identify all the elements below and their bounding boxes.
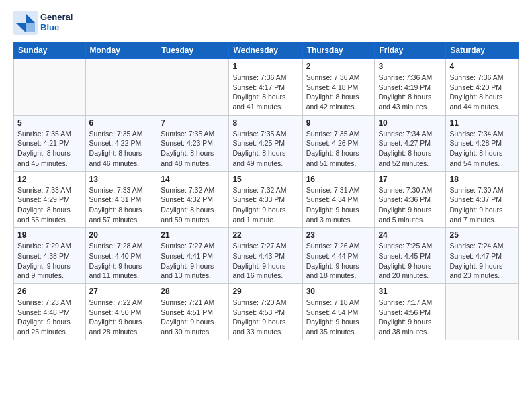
day-cell [446,284,519,340]
day-number: 18 [449,175,515,184]
day-info: Sunrise: 7:31 AM Sunset: 4:34 PM Dayligh… [306,185,371,225]
day-number: 16 [306,175,371,184]
day-number: 30 [306,287,371,296]
day-number: 31 [378,287,442,296]
logo: General Blue [13,11,73,35]
weekday-header-sunday: Sunday [14,42,86,59]
day-info: Sunrise: 7:20 AM Sunset: 4:53 PM Dayligh… [232,298,298,337]
day-cell: 24Sunrise: 7:25 AM Sunset: 4:45 PM Dayli… [375,228,446,284]
logo-blue: Blue [40,23,73,33]
day-info: Sunrise: 7:29 AM Sunset: 4:38 PM Dayligh… [17,241,82,281]
day-number: 4 [449,62,515,71]
day-info: Sunrise: 7:36 AM Sunset: 4:20 PM Dayligh… [449,73,515,112]
day-number: 20 [89,230,154,240]
page-container: General Blue SundayMondayTuesdayWednesda… [0,0,532,347]
day-info: Sunrise: 7:32 AM Sunset: 4:33 PM Dayligh… [232,185,298,225]
day-number: 26 [17,287,82,296]
week-row-3: 12Sunrise: 7:33 AM Sunset: 4:29 PM Dayli… [14,171,519,228]
day-number: 5 [17,118,82,128]
day-cell: 27Sunrise: 7:22 AM Sunset: 4:50 PM Dayli… [85,284,157,340]
day-cell: 13Sunrise: 7:33 AM Sunset: 4:31 PM Dayli… [85,171,157,228]
day-number: 25 [449,230,515,240]
day-cell: 28Sunrise: 7:21 AM Sunset: 4:51 PM Dayli… [157,284,229,340]
svg-marker-3 [26,23,35,32]
day-cell: 29Sunrise: 7:20 AM Sunset: 4:53 PM Dayli… [229,284,302,340]
day-cell: 30Sunrise: 7:18 AM Sunset: 4:54 PM Dayli… [302,284,375,340]
day-number: 9 [306,118,371,128]
day-info: Sunrise: 7:21 AM Sunset: 4:51 PM Dayligh… [161,298,225,337]
day-number: 1 [232,62,298,71]
day-cell [14,59,86,116]
logo-general: General [40,13,73,23]
day-number: 3 [378,62,442,71]
day-info: Sunrise: 7:35 AM Sunset: 4:26 PM Dayligh… [306,129,371,169]
weekday-header-thursday: Thursday [302,42,375,59]
day-cell: 9Sunrise: 7:35 AM Sunset: 4:26 PM Daylig… [302,115,375,171]
day-cell: 23Sunrise: 7:26 AM Sunset: 4:44 PM Dayli… [302,228,375,284]
day-number: 6 [89,118,154,128]
weekday-header-friday: Friday [375,42,446,59]
day-cell: 25Sunrise: 7:24 AM Sunset: 4:47 PM Dayli… [446,228,519,284]
calendar-table: SundayMondayTuesdayWednesdayThursdayFrid… [13,42,519,340]
day-number: 15 [232,175,298,184]
weekday-header-monday: Monday [85,42,157,59]
day-cell: 6Sunrise: 7:35 AM Sunset: 4:22 PM Daylig… [85,115,157,171]
day-cell: 14Sunrise: 7:32 AM Sunset: 4:32 PM Dayli… [157,171,229,228]
day-number: 7 [161,118,225,128]
day-number: 8 [232,118,298,128]
day-info: Sunrise: 7:34 AM Sunset: 4:28 PM Dayligh… [449,129,515,169]
day-info: Sunrise: 7:24 AM Sunset: 4:47 PM Dayligh… [449,241,515,281]
day-number: 19 [17,230,82,240]
day-cell: 18Sunrise: 7:30 AM Sunset: 4:37 PM Dayli… [446,171,519,228]
day-number: 17 [378,175,442,184]
day-info: Sunrise: 7:30 AM Sunset: 4:37 PM Dayligh… [449,185,515,225]
day-cell: 8Sunrise: 7:35 AM Sunset: 4:25 PM Daylig… [229,115,302,171]
day-info: Sunrise: 7:36 AM Sunset: 4:17 PM Dayligh… [232,73,298,112]
day-number: 2 [306,62,371,71]
day-number: 27 [89,287,154,296]
day-cell: 10Sunrise: 7:34 AM Sunset: 4:27 PM Dayli… [375,115,446,171]
day-number: 29 [232,287,298,296]
logo-svg [13,11,38,35]
day-cell: 7Sunrise: 7:35 AM Sunset: 4:23 PM Daylig… [157,115,229,171]
day-info: Sunrise: 7:27 AM Sunset: 4:43 PM Dayligh… [232,241,298,281]
day-cell: 1Sunrise: 7:36 AM Sunset: 4:17 PM Daylig… [229,59,302,116]
day-info: Sunrise: 7:36 AM Sunset: 4:18 PM Dayligh… [306,73,371,112]
day-cell: 16Sunrise: 7:31 AM Sunset: 4:34 PM Dayli… [302,171,375,228]
weekday-header-wednesday: Wednesday [229,42,302,59]
day-info: Sunrise: 7:32 AM Sunset: 4:32 PM Dayligh… [161,185,225,225]
week-row-2: 5Sunrise: 7:35 AM Sunset: 4:21 PM Daylig… [14,115,519,171]
day-number: 24 [378,230,442,240]
day-cell: 22Sunrise: 7:27 AM Sunset: 4:43 PM Dayli… [229,228,302,284]
day-number: 12 [17,175,82,184]
day-info: Sunrise: 7:33 AM Sunset: 4:29 PM Dayligh… [17,185,82,225]
day-number: 13 [89,175,154,184]
day-info: Sunrise: 7:23 AM Sunset: 4:48 PM Dayligh… [17,298,82,337]
day-info: Sunrise: 7:27 AM Sunset: 4:41 PM Dayligh… [161,241,225,281]
day-number: 10 [378,118,442,128]
week-row-1: 1Sunrise: 7:36 AM Sunset: 4:17 PM Daylig… [14,59,519,116]
day-info: Sunrise: 7:35 AM Sunset: 4:22 PM Dayligh… [89,129,154,169]
day-number: 11 [449,118,515,128]
header: General Blue [13,11,519,35]
day-cell [157,59,229,116]
day-cell: 17Sunrise: 7:30 AM Sunset: 4:36 PM Dayli… [375,171,446,228]
day-info: Sunrise: 7:18 AM Sunset: 4:54 PM Dayligh… [306,298,371,337]
day-info: Sunrise: 7:35 AM Sunset: 4:21 PM Dayligh… [17,129,82,169]
weekday-header-row: SundayMondayTuesdayWednesdayThursdayFrid… [14,42,519,59]
day-cell: 3Sunrise: 7:36 AM Sunset: 4:19 PM Daylig… [375,59,446,116]
day-cell: 5Sunrise: 7:35 AM Sunset: 4:21 PM Daylig… [14,115,86,171]
day-info: Sunrise: 7:25 AM Sunset: 4:45 PM Dayligh… [378,241,442,281]
day-cell: 19Sunrise: 7:29 AM Sunset: 4:38 PM Dayli… [14,228,86,284]
day-info: Sunrise: 7:35 AM Sunset: 4:23 PM Dayligh… [161,129,225,169]
day-info: Sunrise: 7:30 AM Sunset: 4:36 PM Dayligh… [378,185,442,225]
day-info: Sunrise: 7:22 AM Sunset: 4:50 PM Dayligh… [89,298,154,337]
weekday-header-saturday: Saturday [446,42,519,59]
day-cell: 2Sunrise: 7:36 AM Sunset: 4:18 PM Daylig… [302,59,375,116]
weekday-header-tuesday: Tuesday [157,42,229,59]
day-cell: 20Sunrise: 7:28 AM Sunset: 4:40 PM Dayli… [85,228,157,284]
day-number: 22 [232,230,298,240]
day-info: Sunrise: 7:28 AM Sunset: 4:40 PM Dayligh… [89,241,154,281]
day-cell: 4Sunrise: 7:36 AM Sunset: 4:20 PM Daylig… [446,59,519,116]
day-number: 23 [306,230,371,240]
